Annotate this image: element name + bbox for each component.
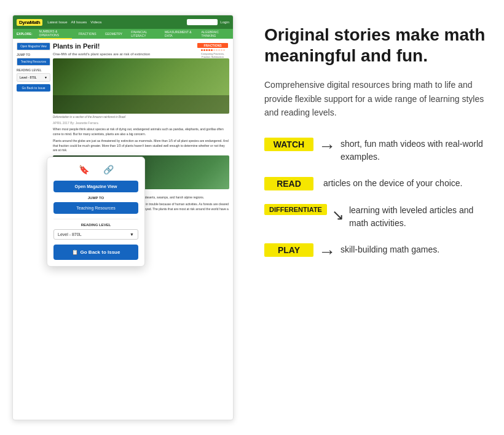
dot-9 (221, 49, 222, 51)
magazine-sidebar: Open Magazine View JUMP TO Teaching Reso… (17, 42, 50, 318)
reading-level-label: READING LEVEL (17, 68, 50, 72)
nav-videos[interactable]: Videos (90, 20, 101, 24)
nav-latest-issue[interactable]: Latest Issue (47, 20, 67, 24)
watch-arrow-icon: → (318, 136, 336, 156)
level-selector[interactable]: Level - 870L ▼ (17, 73, 50, 82)
watch-text: short, fun math videos with real-world e… (341, 138, 486, 163)
play-badge: PLAY (264, 243, 313, 257)
article-body-text-2: Plants around the globe are just as thre… (53, 139, 229, 153)
magazine-search[interactable] (187, 19, 218, 25)
watch-badge: WATCH (264, 138, 313, 151)
popup-go-back-btn[interactable]: 📋 Go Back to Issue (53, 245, 138, 260)
level-value: Level - 870L (20, 76, 37, 79)
bookmark-icon[interactable]: 🔖 (77, 163, 90, 176)
popup-level-value: Level - 870L (58, 232, 82, 237)
popup-dropdown-icon: ▼ (130, 232, 134, 237)
nav-tab-geometry[interactable]: Geometry (103, 31, 125, 37)
teaching-resources-btn[interactable]: Teaching Resources (17, 58, 50, 66)
back-icon: 📋 (72, 249, 78, 255)
link-icon[interactable]: 🔗 (102, 163, 114, 176)
magazine-nav-items: Latest Issue All Issues Videos (47, 20, 101, 24)
dot-7 (216, 49, 218, 51)
dropdown-arrow-icon: ▼ (44, 76, 47, 79)
article-date-author: APRIL 2017 By: Jeanette Ferrara (53, 121, 229, 125)
jump-to-label: JUMP TO (17, 53, 50, 57)
feature-watch: WATCH → short, fun math videos with real… (264, 138, 486, 163)
open-magazine-view-btn[interactable]: Open Magazine View (17, 42, 50, 50)
play-text: skill-building math games. (341, 243, 486, 256)
popup-open-mag-btn[interactable]: Open Magazine View (53, 181, 138, 192)
differentiate-badge: DIFFERENTIATE (264, 204, 327, 215)
magazine-login[interactable]: Login (220, 20, 229, 24)
nav-tab-financial[interactable]: Financial Literacy (129, 29, 158, 39)
right-description: Comprehensive digital resources bring ma… (264, 78, 486, 119)
dot-10 (223, 49, 225, 51)
feature-read: READ articles on the device of your choi… (264, 177, 486, 190)
go-back-to-issue-btn[interactable]: Go Back to Issue (17, 84, 50, 92)
right-heading: Original stories make math meaningful an… (264, 25, 486, 66)
differentiate-arrow-icon: ↙ (332, 206, 344, 224)
nav-tab-algebraic[interactable]: Algebraic Thinking (200, 29, 230, 39)
nav-tab-numbers[interactable]: Numbers & Operations (37, 28, 72, 39)
popup-level-select[interactable]: Level - 870L ▼ (53, 229, 138, 240)
play-arrow-icon: → (318, 242, 336, 262)
fractions-dots (197, 49, 228, 51)
popup-go-back-label: Go Back to Issue (81, 249, 120, 255)
popup-overlay: 🔖 🔗 Open Magazine View JUMP TO Teaching … (47, 157, 145, 267)
dot-5 (211, 49, 213, 51)
feature-play: PLAY → skill-building math games. (264, 243, 486, 262)
differentiate-text: learning with leveled articles and math … (349, 204, 486, 230)
right-panel: Original stories make math meaningful an… (246, 0, 504, 435)
nav-tab-fractions[interactable]: Fractions (77, 31, 98, 37)
fractions-subtext: Comparing Fractions, Fraction Subtractio… (197, 52, 228, 58)
dot-1 (201, 49, 203, 51)
nav-all-issues[interactable]: All Issues (71, 20, 87, 24)
fractions-badge: FRACTIONS Comparing Fractions, Fraction … (197, 43, 228, 58)
popup-teaching-btn[interactable]: Teaching Resources (53, 202, 138, 214)
left-panel: DynaMath Latest Issue All Issues Videos … (0, 0, 246, 435)
popup-icons-row: 🔖 🔗 (53, 163, 138, 176)
article-hero-image (53, 58, 229, 114)
magazine-logo: DynaMath (17, 19, 42, 26)
magazine-navbar: Explore: Numbers & Operations Fractions … (13, 29, 233, 39)
dot-2 (203, 49, 205, 51)
popup-reading-level-label: READING LEVEL (53, 219, 138, 227)
nav-tab-measurement[interactable]: Measurement & Data (163, 29, 194, 39)
dot-6 (213, 49, 215, 51)
magazine-wrapper: DynaMath Latest Issue All Issues Videos … (12, 15, 234, 420)
explore-label: Explore: (17, 32, 33, 36)
dot-8 (218, 49, 220, 51)
magazine-topbar: DynaMath Latest Issue All Issues Videos … (13, 15, 233, 29)
feature-differentiate: DIFFERENTIATE ↙ learning with leveled ar… (264, 204, 486, 230)
article-body-text-1: When most people think about species at … (53, 127, 229, 136)
read-badge: READ (264, 177, 313, 190)
magazine-content: DynaMath Latest Issue All Issues Videos … (13, 15, 233, 420)
popup-jump-to-label: JUMP TO (53, 196, 138, 200)
fractions-label: FRACTIONS (197, 43, 228, 48)
dot-4 (208, 49, 210, 51)
read-text: articles on the device of your choice. (323, 177, 486, 190)
dot-3 (206, 49, 208, 51)
hero-image-caption: Deforestation in a section of the Amazon… (53, 116, 229, 119)
